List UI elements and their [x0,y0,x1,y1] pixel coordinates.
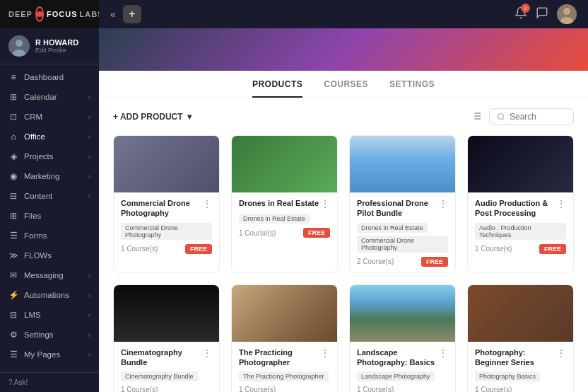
chevron-right-icon: › [88,292,90,299]
app-logo: DEEP FOCUS LABS [0,0,99,28]
profile-avatar [8,35,30,57]
collapse-button[interactable]: « [110,8,116,20]
sidebar-item-label: Content [24,192,52,200]
card-image [232,136,337,192]
sidebar-item-label: Settings [24,330,54,339]
tab-settings[interactable]: SETTINGS [389,79,435,98]
products-area: + ADD PRODUCT ▾ [99,98,588,392]
sidebar-item-label: LMS [24,311,41,319]
sidebar-item-label: FLOWs [24,251,52,260]
product-card[interactable]: Cinematography Bundle ⋮ Cinematography B… [113,284,220,392]
card-tags: Drones in Real Estate [239,214,330,224]
chevron-down-icon: ▾ [187,112,192,122]
product-card[interactable]: Photography: Beginner Series ⋮ Photograp… [467,284,574,392]
sidebar-item-projects[interactable]: ◈ Projects › [0,146,99,166]
sidebar-item-files[interactable]: ⊞ Files [0,206,99,226]
free-badge: FREE [539,244,566,254]
help-button[interactable]: ? Ask! [0,372,99,392]
flows-icon: ≫ [8,250,18,260]
sidebar-item-forms[interactable]: ☰ Forms [0,226,99,246]
svg-line-13 [502,118,504,120]
card-tag: Landscape Photography [357,371,435,381]
card-tag: Commercial Drone Photography [357,236,448,253]
chevron-right-icon: › [88,192,90,200]
sidebar-item-label: Projects [24,152,54,161]
toolbar: + ADD PRODUCT ▾ [113,108,574,125]
files-icon: ⊞ [8,211,18,221]
chevron-right-icon: › [88,272,90,279]
chevron-right-icon: › [88,331,90,339]
hero-banner [99,28,588,71]
product-card[interactable]: Drones in Real Estate ⋮ Drones in Real E… [231,135,338,273]
tab-products[interactable]: PRODUCTS [252,79,302,98]
card-footer: 1 Course(s) FREE [475,244,566,254]
card-menu-button[interactable]: ⋮ [438,198,448,209]
card-body: Landscape Photography: Basics ⋮ Landscap… [350,342,455,392]
card-footer: 1 Course(s) FREE [239,228,330,238]
sidebar-item-office[interactable]: ⌂ Office › [0,127,99,146]
card-menu-button[interactable]: ⋮ [202,347,212,359]
sidebar-item-dashboard[interactable]: ≡ Dashboard [0,67,99,87]
card-menu-button[interactable]: ⋮ [320,347,330,359]
projects-icon: ◈ [8,151,18,161]
content-icon: ⊟ [8,191,18,201]
card-body: Drones in Real Estate ⋮ Drones in Real E… [232,192,337,243]
card-image [114,136,219,192]
main-content: « + 2 [99,0,588,392]
card-footer: 1 Course(s) FREE [121,244,212,254]
chat-button[interactable] [536,6,548,22]
notification-button[interactable]: 2 [514,6,527,22]
course-count: 1 Course(s) [239,229,276,237]
sidebar-item-calendar[interactable]: ⊞ Calendar › [0,87,99,107]
card-menu-button[interactable]: ⋮ [202,198,212,209]
topbar-left: « + [110,5,141,23]
search-input[interactable] [510,112,566,122]
product-card[interactable]: Professional Drone Pilot Bundle ⋮ Drones… [349,135,456,273]
search-box[interactable] [489,108,574,125]
sidebar-item-my-pages[interactable]: ☰ My Pages › [0,345,99,364]
course-count: 1 Course(s) [239,386,276,392]
card-menu-button[interactable]: ⋮ [556,347,566,359]
messaging-icon: ✉ [8,270,18,280]
settings-icon: ⚙ [8,330,18,340]
crm-icon: ⊡ [8,112,18,122]
user-profile[interactable]: R HOWARD Edit Profile [0,28,99,64]
card-title: Commercial Drone Photography [121,198,202,219]
card-body: Audio Production & Post Processing ⋮ Aud… [468,192,573,260]
card-title: Drones in Real Estate [239,198,320,208]
sidebar-item-messaging[interactable]: ✉ Messaging › [0,265,99,285]
lms-icon: ⊟ [8,310,18,320]
user-avatar[interactable] [557,4,577,24]
product-card[interactable]: Audio Production & Post Processing ⋮ Aud… [467,135,574,273]
tab-courses[interactable]: COURSES [324,79,368,98]
course-count: 1 Course(s) [121,245,158,253]
card-body: Cinematography Bundle ⋮ Cinematography B… [114,342,219,392]
card-tags: Landscape Photography [357,371,448,381]
my-pages-icon: ☰ [8,350,18,359]
card-tag: Commercial Drone Photography [121,223,212,240]
sidebar-item-automations[interactable]: ⚡ Automations › [0,285,99,305]
chevron-right-icon: › [88,113,90,121]
sidebar-item-label: Dashboard [24,73,64,81]
product-card[interactable]: The Practicing Photographer ⋮ The Practi… [231,284,338,392]
add-product-button[interactable]: + ADD PRODUCT ▾ [113,112,192,122]
card-tag: Photography Basics [475,371,540,381]
product-card[interactable]: Landscape Photography: Basics ⋮ Landscap… [349,284,456,392]
sidebar-item-marketing[interactable]: ◉ Marketing › [0,166,99,186]
edit-profile-link[interactable]: Edit Profile [35,47,78,54]
sidebar-item-flows[interactable]: ≫ FLOWs [0,246,99,265]
product-card[interactable]: Commercial Drone Photography ⋮ Commercia… [113,135,220,273]
svg-point-4 [563,8,570,15]
add-button[interactable]: + [123,5,141,23]
card-menu-button[interactable]: ⋮ [320,198,330,209]
sidebar-item-content[interactable]: ⊟ Content › [0,186,99,206]
chevron-right-icon: › [88,351,90,359]
sidebar-item-lms[interactable]: ⊟ LMS › [0,305,99,325]
card-body: Professional Drone Pilot Bundle ⋮ Drones… [350,192,455,272]
sidebar-item-crm[interactable]: ⊡ CRM › [0,107,99,127]
sidebar-item-settings[interactable]: ⚙ Settings › [0,325,99,345]
course-count: 1 Course(s) [475,245,512,253]
card-menu-button[interactable]: ⋮ [556,198,566,209]
card-menu-button[interactable]: ⋮ [438,347,448,359]
sort-icon[interactable] [471,110,482,124]
